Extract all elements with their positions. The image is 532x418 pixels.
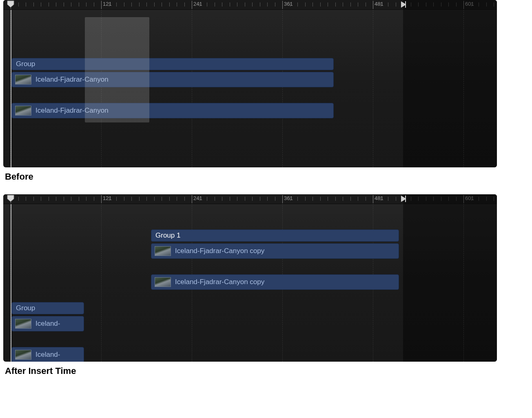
- ruler-tick-minor: [267, 197, 268, 201]
- clip-thumbnail: [15, 75, 31, 84]
- clip-thumbnail: [155, 246, 171, 256]
- ruler-tick-minor: [267, 2, 268, 7]
- ruler-tick-minor: [381, 197, 381, 201]
- ruler-tick-minor: [131, 2, 132, 7]
- ruler-tick-minor: [177, 197, 177, 201]
- ruler-label: 481: [375, 1, 383, 7]
- clip-label: Group: [16, 60, 35, 68]
- ruler-tick-minor: [139, 2, 140, 7]
- project-end-marker-icon[interactable]: [400, 195, 406, 202]
- timeline-ruler[interactable]: 121241361481601: [3, 194, 497, 204]
- ruler-label: 361: [284, 195, 293, 201]
- media-clip[interactable]: Iceland-Fjadrar-Canyon copy: [151, 274, 399, 290]
- ruler-tick-minor: [396, 2, 396, 7]
- media-clip[interactable]: Iceland-Fjadrar-Canyon: [11, 103, 334, 118]
- ruler-tick-minor: [116, 2, 117, 7]
- media-clip[interactable]: Iceland-: [11, 347, 84, 362]
- ruler-tick-minor: [290, 197, 290, 201]
- timeline-ruler[interactable]: 121241361481601: [3, 0, 497, 10]
- clip-thumbnail: [15, 319, 31, 329]
- ruler-tick-minor: [366, 197, 366, 201]
- ruler-tick-minor: [230, 197, 230, 201]
- ruler-tick-minor: [154, 2, 155, 7]
- caption-after: After Insert Time: [5, 366, 532, 376]
- tracks-area[interactable]: Group 1Iceland-Fjadrar-Canyon copyIcelan…: [3, 204, 497, 362]
- ruler-tick-minor: [146, 197, 147, 201]
- out-of-range-shade: [403, 0, 497, 9]
- media-clip[interactable]: Iceland-Fjadrar-Canyon copy: [151, 243, 399, 259]
- ruler-tick-minor: [200, 197, 200, 201]
- ruler-tick-minor: [245, 2, 245, 7]
- ruler-tick-minor: [94, 197, 94, 201]
- ruler-tick-minor: [169, 197, 170, 201]
- group-header-clip[interactable]: Group: [11, 58, 334, 70]
- ruler-tick-minor: [350, 197, 351, 201]
- clip-label: Iceland-Fjadrar-Canyon copy: [175, 278, 264, 286]
- ruler-tick-minor: [86, 2, 86, 7]
- ruler-tick-minor: [184, 2, 185, 7]
- ruler-tick-major: [282, 195, 283, 203]
- timeline-gridline: [463, 10, 464, 167]
- playhead-handle-icon[interactable]: [7, 0, 14, 8]
- ruler-tick-minor: [275, 197, 275, 201]
- ruler-tick-minor: [245, 197, 245, 201]
- ruler-tick-minor: [335, 197, 336, 201]
- ruler-tick-minor: [71, 2, 71, 7]
- ruler-tick-minor: [222, 197, 222, 201]
- tracks-area[interactable]: GroupIceland-Fjadrar-CanyonIceland-Fjadr…: [3, 10, 497, 167]
- ruler-tick-minor: [222, 2, 222, 7]
- ruler-tick-minor: [328, 2, 328, 7]
- group-header-clip[interactable]: Group: [11, 302, 84, 314]
- ruler-tick-minor: [86, 197, 86, 201]
- timeline-gridline: [373, 10, 373, 167]
- ruler-tick-minor: [200, 2, 200, 7]
- ruler-tick-minor: [49, 197, 49, 201]
- timeline-panel-before[interactable]: 121241361481601 GroupIceland-Fjadrar-Can…: [3, 0, 497, 167]
- out-of-range-shade: [403, 10, 497, 167]
- ruler-tick-minor: [79, 2, 79, 7]
- ruler-tick-minor: [388, 197, 388, 201]
- timeline-gridline: [282, 10, 283, 167]
- media-clip[interactable]: Iceland-Fjadrar-Canyon: [11, 72, 334, 87]
- ruler-tick-minor: [139, 197, 140, 201]
- ruler-tick-minor: [396, 197, 396, 201]
- ruler-tick-minor: [215, 197, 215, 201]
- ruler-tick-minor: [215, 2, 215, 7]
- ruler-label: 361: [284, 1, 293, 7]
- playhead-handle-icon[interactable]: [7, 195, 14, 202]
- clip-label: Iceland-Fjadrar-Canyon: [35, 107, 109, 115]
- project-end-marker-icon[interactable]: [400, 1, 406, 8]
- ruler-tick-minor: [131, 197, 132, 201]
- ruler-tick-major: [373, 195, 373, 203]
- ruler-label: 241: [193, 195, 202, 201]
- ruler-tick-minor: [109, 197, 109, 201]
- ruler-tick-minor: [313, 197, 313, 201]
- media-clip[interactable]: Iceland-: [11, 316, 84, 331]
- timeline-gridline: [11, 10, 11, 167]
- out-of-range-shade: [403, 204, 497, 362]
- ruler-tick-major: [192, 1, 192, 9]
- ruler-tick-minor: [290, 2, 290, 7]
- ruler-tick-minor: [64, 197, 64, 201]
- ruler-tick-minor: [56, 2, 56, 7]
- ruler-tick-minor: [305, 2, 306, 7]
- ruler-tick-major: [101, 1, 102, 9]
- out-of-range-shade: [403, 194, 497, 204]
- timeline-panel-after[interactable]: 121241361481601 Group 1Iceland-Fjadrar-C…: [3, 194, 497, 362]
- ruler-tick-minor: [162, 2, 162, 7]
- ruler-tick-minor: [169, 2, 170, 7]
- ruler-tick-minor: [320, 197, 321, 201]
- ruler-tick-minor: [388, 2, 388, 7]
- clip-label: Iceland-: [35, 351, 60, 359]
- ruler-tick-minor: [207, 2, 207, 7]
- ruler-tick-minor: [116, 197, 117, 201]
- ruler-tick-minor: [177, 2, 177, 7]
- clip-label: Iceland-Fjadrar-Canyon copy: [175, 247, 264, 255]
- ruler-tick-minor: [260, 2, 260, 7]
- clip-label: Iceland-: [35, 320, 60, 328]
- group-header-clip[interactable]: Group 1: [151, 229, 399, 242]
- caption-before: Before: [5, 171, 532, 182]
- timeline-gridline: [101, 204, 102, 362]
- ruler-tick-minor: [109, 2, 109, 7]
- ruler-tick-minor: [56, 197, 56, 201]
